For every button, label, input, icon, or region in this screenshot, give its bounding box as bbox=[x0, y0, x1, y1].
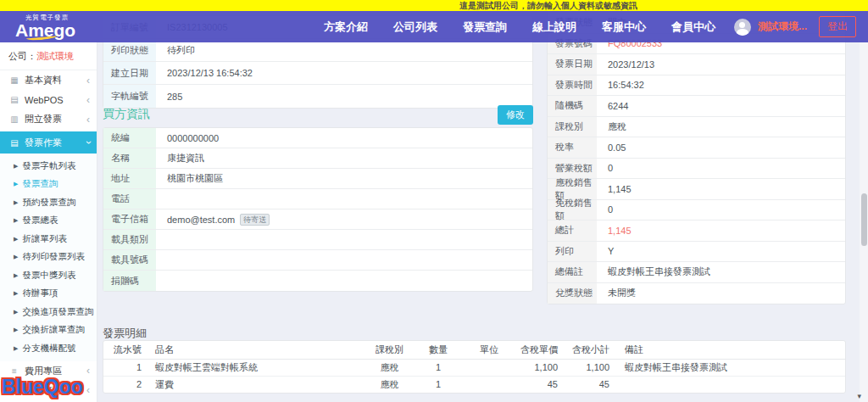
table-cell: 應稅 bbox=[366, 359, 413, 376]
field-value: 0 bbox=[597, 204, 613, 215]
field-row: 免稅銷售額0 bbox=[548, 200, 845, 221]
sidebar-submenu: ▶發票字軌列表▶發票查詢▶預約發票查詢▶發票總表▶折讓單列表▶待列印發票列表▶發… bbox=[0, 154, 97, 361]
invoice-ops-icon: ▤ bbox=[8, 138, 20, 148]
table-cell: 1,100 bbox=[561, 359, 616, 376]
sidebar-item-基本資料[interactable]: ▦基本資料‹ bbox=[0, 70, 97, 90]
submenu-item-待列印發票列表[interactable]: ▶待列印發票列表 bbox=[0, 248, 97, 267]
field-value: 蝦皮對帳王串接發票測試 bbox=[597, 265, 710, 278]
submenu-item-分支機構配號[interactable]: ▶分支機構配號 bbox=[0, 339, 97, 358]
field-row: 載具類別 bbox=[103, 230, 532, 250]
field-value: 16:54:32 bbox=[597, 80, 644, 90]
user-company-label[interactable]: 測試環境... bbox=[758, 20, 807, 34]
nav-item[interactable]: 會員中心 bbox=[671, 20, 715, 35]
chevron-left-icon: ‹ bbox=[86, 365, 90, 377]
scrollbar-thumb[interactable] bbox=[861, 193, 867, 246]
status-badge: 待寄送 bbox=[240, 214, 270, 226]
table-cell: 應稅 bbox=[366, 376, 413, 393]
table-cell: 1 bbox=[413, 376, 464, 393]
page: 這是測試用公司，請勿輸入個人資料或敏感資訊 光貿電子發票 Amego 方案介紹公… bbox=[0, 0, 868, 402]
field-row: 兌獎狀態未開獎 bbox=[548, 283, 845, 304]
field-value: 待列印 bbox=[156, 44, 195, 57]
field-label: 發票日期 bbox=[548, 54, 597, 75]
triangle-bullet-icon: ▶ bbox=[14, 345, 18, 352]
submenu-item-折讓單列表[interactable]: ▶折讓單列表 bbox=[0, 230, 97, 248]
scroll-down-arrow-icon[interactable]: ▾ bbox=[857, 392, 861, 400]
invoice-detail-panel: 流水號品名課稅別數量單位含稅單價含稅小計備註 1蝦皮對帳王雲端對帳系統應稅11,… bbox=[103, 340, 846, 394]
chevron-left-icon: ‹ bbox=[86, 114, 90, 126]
fees-icon: ≡ bbox=[8, 366, 20, 376]
column-header: 品名 bbox=[150, 341, 366, 359]
table-cell: 45 bbox=[515, 376, 561, 393]
submenu-item-label: 分支機構配號 bbox=[22, 343, 75, 355]
field-label: 捐贈碼 bbox=[103, 271, 156, 291]
submenu-item-label: 交換進項發票查詢 bbox=[22, 306, 93, 318]
chevron-left-icon: ‹ bbox=[86, 384, 90, 396]
company-label: 公司： bbox=[8, 51, 36, 61]
table-cell: 1 bbox=[103, 359, 150, 376]
sidebar-item-label: 發票作業 bbox=[25, 137, 86, 149]
field-row: 發票時間16:54:32 bbox=[548, 75, 845, 97]
field-row: 課稅別應稅 bbox=[548, 117, 845, 138]
field-row: 電子信箱demo@test.com待寄送 bbox=[103, 209, 532, 230]
field-label: 兌獎狀態 bbox=[548, 283, 597, 304]
webpos-icon: ▤ bbox=[8, 95, 20, 104]
submenu-item-label: 發票字軌列表 bbox=[22, 160, 75, 172]
submenu-item-發票查詢[interactable]: ▶發票查詢 bbox=[0, 176, 97, 194]
triangle-bullet-icon: ▶ bbox=[14, 290, 18, 297]
submenu-item-發票中獎列表[interactable]: ▶發票中獎列表 bbox=[0, 266, 97, 285]
sidebar-item-開立發票[interactable]: ▥開立發票‹ bbox=[0, 109, 97, 129]
nav-item[interactable]: 發票查詢 bbox=[463, 20, 507, 35]
nav-item[interactable]: 方案介紹 bbox=[324, 20, 368, 35]
field-row: 統編0000000000 bbox=[103, 128, 532, 148]
triangle-bullet-icon: ▶ bbox=[14, 217, 18, 224]
nav-item[interactable]: 線上說明 bbox=[532, 20, 576, 35]
logout-button[interactable]: 登出 bbox=[819, 16, 856, 37]
field-row: 電話 bbox=[103, 189, 532, 209]
edit-buyer-button[interactable]: 修改 bbox=[498, 105, 533, 125]
submenu-item-發票字軌列表[interactable]: ▶發票字軌列表 bbox=[0, 157, 97, 176]
grid-icon: ▦ bbox=[8, 75, 20, 85]
sidebar-item-發票作業[interactable]: ▤發票作業‹ bbox=[0, 131, 97, 154]
user-avatar-icon[interactable] bbox=[734, 19, 751, 36]
table-row: 2運費應稅14545 bbox=[103, 376, 845, 393]
field-value: demo@test.com待寄送 bbox=[156, 214, 270, 226]
field-label: 營業稅額 bbox=[548, 159, 597, 179]
submenu-item-交換折讓單查詢[interactable]: ▶交換折讓單查詢 bbox=[0, 321, 97, 340]
field-row: 名稱康捷資訊 bbox=[103, 148, 532, 169]
field-value: 應稅 bbox=[597, 120, 626, 133]
field-value: 康捷資訊 bbox=[156, 152, 204, 165]
submenu-item-發票總表[interactable]: ▶發票總表 bbox=[0, 212, 97, 231]
table-cell bbox=[616, 376, 845, 393]
column-header: 流水號 bbox=[103, 341, 150, 359]
field-value: 未開獎 bbox=[597, 287, 636, 299]
company-row: 公司：測試環境 bbox=[0, 42, 97, 70]
field-row: 隨機碼6244 bbox=[548, 96, 845, 117]
sidebar-menu: ▦基本資料‹▤WebPOS‹▥開立發票‹▤發票作業‹▶發票字軌列表▶發票查詢▶預… bbox=[0, 70, 97, 400]
field-value: 285 bbox=[156, 92, 182, 102]
field-value: 2023/12/13 16:54:32 bbox=[156, 68, 253, 78]
sidebar-item-label: 開立發票 bbox=[25, 113, 86, 126]
page-scrollbar[interactable] bbox=[860, 42, 868, 402]
field-label: 總備註 bbox=[548, 262, 597, 282]
triangle-bullet-icon: ▶ bbox=[14, 254, 18, 260]
amego-logo[interactable]: 光貿電子發票 Amego bbox=[15, 14, 75, 39]
field-label: 電話 bbox=[103, 189, 156, 209]
submenu-item-交換進項發票查詢[interactable]: ▶交換進項發票查詢 bbox=[0, 303, 97, 321]
chevron-left-icon: ‹ bbox=[86, 75, 90, 87]
sidebar-item-WebPOS[interactable]: ▤WebPOS‹ bbox=[0, 90, 97, 109]
field-label: 電子信箱 bbox=[103, 209, 156, 229]
field-row: 列印Y bbox=[548, 242, 845, 263]
field-label: 免稅銷售額 bbox=[548, 200, 597, 221]
sidebar-item-label: WebPOS bbox=[25, 95, 86, 105]
submenu-item-待辦事項[interactable]: ▶待辦事項 bbox=[0, 285, 97, 304]
table-cell: 蝦皮對帳王雲端對帳系統 bbox=[150, 359, 366, 376]
triangle-bullet-icon: ▶ bbox=[14, 272, 18, 279]
table-cell: 2 bbox=[103, 376, 150, 393]
field-label: 列印 bbox=[548, 242, 597, 262]
submenu-item-預約發票查詢[interactable]: ▶預約發票查詢 bbox=[0, 193, 97, 212]
nav-item[interactable]: 客服中心 bbox=[602, 20, 646, 35]
nav-item[interactable]: 公司列表 bbox=[393, 20, 437, 35]
field-label: 載具類別 bbox=[103, 230, 156, 249]
column-header: 單位 bbox=[464, 341, 515, 359]
field-row: 列印狀態待列印 bbox=[103, 39, 532, 62]
